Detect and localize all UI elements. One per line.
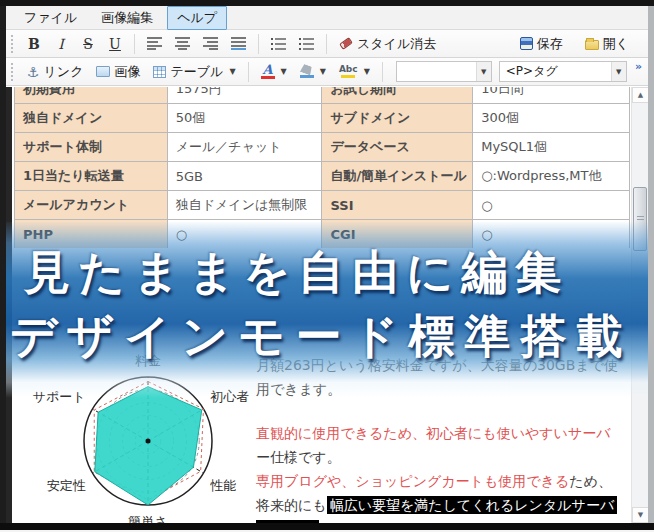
table-cell: ○ — [473, 191, 630, 220]
scroll-down-button[interactable]: ▼ — [632, 507, 649, 523]
format-toolbar: B I S U スタイル消去 保存 — [6, 30, 648, 58]
align-right-button[interactable] — [198, 34, 223, 53]
spec-table: 初期費用 1575円 お試し期間 10日間 独自ドメイン 50個 サブドメイン … — [14, 87, 630, 248]
table-cell: サブドメイン — [322, 104, 473, 133]
table-cell: メールアカウント — [15, 191, 168, 220]
highlight-color-button[interactable]: Abc ▼ — [334, 62, 375, 81]
editor-window: ファイル 画像編集 ヘルプ B I S U スタイル消去 — [6, 6, 648, 523]
numbered-list-button[interactable] — [294, 34, 319, 53]
underline-button[interactable]: U — [103, 33, 127, 55]
description-text: 月額263円という格安料金ですが、大容量の30GBまで使 用できます。 直観的に… — [256, 353, 632, 532]
insert-toolbar: ⚓ リンク 画像 テーブル ▼ A ▼ — [6, 58, 648, 86]
chevron-down-icon: ▼ — [281, 67, 287, 76]
align-center-button[interactable] — [170, 34, 195, 53]
clear-style-label: スタイル消去 — [357, 35, 436, 53]
paragraph-gap — [256, 401, 632, 421]
italic-button[interactable]: I — [49, 33, 73, 55]
table-cell: 1575円 — [167, 87, 322, 104]
text-line: ー仕様です。 — [256, 445, 632, 469]
table-cell: 1日当たり転送量 — [15, 162, 168, 191]
table-row: 初期費用 1575円 お試し期間 10日間 — [15, 87, 630, 104]
menu-help[interactable]: ヘルプ — [167, 6, 227, 30]
table-cell: 10日間 — [473, 87, 630, 104]
window-frame-bottom — [0, 523, 654, 530]
editor-content[interactable]: 初期費用 1575円 お試し期間 10日間 独自ドメイン 50個 サブドメイン … — [6, 87, 648, 523]
svg-text:性能: 性能 — [209, 478, 236, 493]
align-justify-icon — [231, 37, 246, 50]
app-window: ファイル 画像編集 ヘルプ B I S U スタイル消去 — [0, 0, 654, 532]
table-cell: 自動/簡単インストール — [322, 162, 473, 191]
toolbar-overflow-chevron[interactable]: » — [635, 60, 642, 73]
spec-table-viewport: 初期費用 1575円 お試し期間 10日間 独自ドメイン 50個 サブドメイン … — [14, 87, 630, 248]
style-select[interactable]: ▼ — [396, 61, 492, 82]
align-left-button[interactable] — [142, 34, 167, 53]
link-button[interactable]: ⚓ リンク — [22, 60, 88, 84]
insert-table-button[interactable]: テーブル ▼ — [148, 60, 240, 84]
text-line-red: 直観的に使用できるため、初心者にも使いやすいサーバ — [256, 421, 632, 445]
menu-file[interactable]: ファイル — [14, 6, 87, 30]
image-icon — [96, 66, 110, 77]
save-button[interactable]: 保存 — [515, 32, 568, 56]
anchor-icon: ⚓ — [27, 65, 40, 79]
open-folder-icon — [585, 40, 599, 50]
bullet-list-button[interactable] — [266, 34, 291, 53]
toolbar-separator — [134, 34, 135, 54]
align-center-icon — [175, 37, 190, 50]
link-label: リンク — [44, 63, 84, 81]
tag-select[interactable]: <P>タグ ▼ — [499, 61, 627, 82]
bullet-list-icon — [271, 37, 286, 50]
text-line: 用できます。 — [256, 377, 632, 401]
toolbar-grip[interactable] — [11, 63, 15, 81]
table-cell: SSI — [322, 191, 473, 220]
table-cell: データベース — [322, 133, 473, 162]
paint-bucket-icon — [300, 65, 314, 78]
highlight-icon: Abc — [339, 65, 358, 78]
table-cell: 初期費用 — [15, 87, 168, 104]
table-cell: PHP — [15, 220, 168, 249]
fill-color-button[interactable]: ▼ — [295, 62, 331, 81]
svg-text:安定性: 安定性 — [47, 478, 86, 493]
text-line: 将来的にも幅広い要望を満たしてくれるレンタルサーバ — [256, 493, 632, 517]
menu-image-edit[interactable]: 画像編集 — [91, 6, 163, 30]
radar-chart-container: 料金初心者性能簡単さ安定性サポート — [18, 349, 280, 532]
insert-image-button[interactable]: 画像 — [91, 60, 145, 84]
table-cell: CGI — [322, 220, 473, 249]
table-row: メールアカウント 独自ドメインは無制限 SSI ○ — [15, 191, 630, 220]
table-row: PHP ○ CGI ○ — [15, 220, 630, 249]
scrollbar-thumb[interactable] — [633, 187, 647, 251]
toolbar-grip[interactable] — [11, 35, 15, 53]
table-cell: 独自ドメインは無制限 — [167, 191, 322, 220]
font-color-button[interactable]: A ▼ — [256, 62, 292, 82]
chevron-down-icon: ▼ — [476, 62, 491, 81]
numbered-list-icon — [299, 37, 314, 50]
text-segment: ため、 — [569, 473, 612, 489]
table-cell: ○ — [167, 220, 322, 249]
strikethrough-button[interactable]: S — [76, 33, 100, 55]
align-justify-button[interactable] — [226, 34, 251, 53]
radar-chart: 料金初心者性能簡単さ安定性サポート — [18, 349, 280, 532]
align-left-icon — [147, 37, 162, 50]
open-button[interactable]: 開く — [580, 32, 634, 56]
table-row: 独自ドメイン 50個 サブドメイン 300個 — [15, 104, 630, 133]
table-cell: ○ — [473, 220, 630, 249]
table-cell: 5GB — [167, 162, 322, 191]
bold-icon: B — [27, 36, 41, 52]
svg-text:初心者: 初心者 — [210, 389, 249, 404]
table-cell: サポート体制 — [15, 133, 168, 162]
vertical-scrollbar[interactable]: ▲ ▼ — [631, 87, 648, 523]
image-label: 画像 — [114, 63, 140, 81]
clear-style-button[interactable]: スタイル消去 — [334, 32, 441, 56]
text-segment: 将来的にも — [256, 497, 327, 513]
eraser-icon — [339, 37, 353, 50]
bold-button[interactable]: B — [22, 33, 46, 55]
text-line: 月額263円という格安料金ですが、大容量の30GBまで使 — [256, 353, 632, 377]
font-color-icon: A — [261, 65, 275, 79]
table-row: サポート体制 メール／チャット データベース MySQL1個 — [15, 133, 630, 162]
align-right-icon — [203, 37, 218, 50]
chevron-down-icon: ▼ — [364, 67, 370, 76]
open-label: 開く — [603, 35, 629, 53]
table-cell: MySQL1個 — [473, 133, 630, 162]
table-grid-icon — [153, 66, 166, 78]
table-cell: ○:Wordpress,MT他 — [473, 162, 630, 191]
scroll-up-button[interactable]: ▲ — [632, 87, 649, 103]
